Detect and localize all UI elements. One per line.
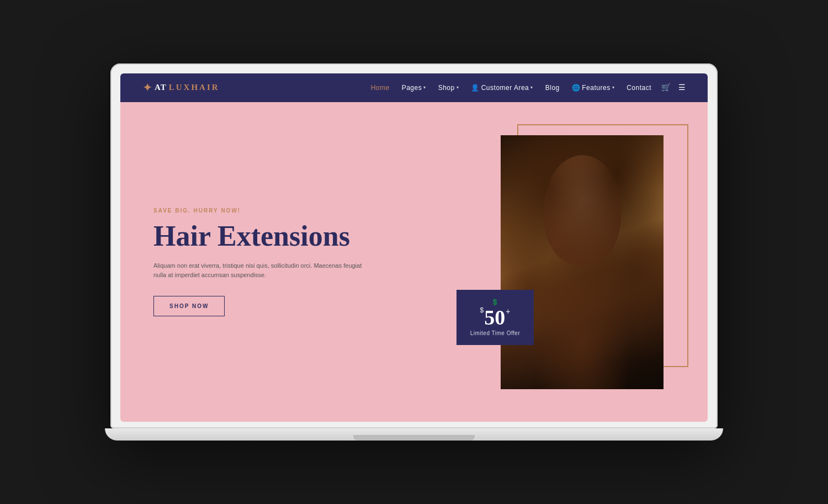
nav-link-blog[interactable]: Blog — [545, 84, 560, 92]
nav-item-pages[interactable]: Pages ▾ — [402, 84, 426, 92]
nav-action-icons: 🛒 ☰ — [661, 83, 686, 92]
screen-bezel: ✦ AT LUXHAIR Home Pages ▾ — [110, 63, 718, 429]
nav-link-pages[interactable]: Pages ▾ — [402, 84, 426, 92]
chevron-down-icon: ▾ — [457, 85, 459, 90]
nav-item-contact[interactable]: Contact — [627, 84, 651, 92]
hero-tagline: SAVE BIG. HURRY NOW! — [153, 208, 363, 214]
hero-photo — [501, 135, 664, 389]
chevron-down-icon: ▾ — [530, 85, 533, 90]
screen: ✦ AT LUXHAIR Home Pages ▾ — [120, 73, 708, 422]
person-icon: 👤 — [471, 84, 480, 92]
laptop-base — [105, 428, 723, 441]
logo-luxhair-text: LUXHAIR — [169, 83, 220, 92]
hero-section: SAVE BIG. HURRY NOW! Hair Extensions Ali… — [120, 102, 708, 422]
hero-description: Aliquam non erat viverra, tristique nisi… — [153, 261, 363, 280]
globe-icon: 🌐 — [572, 84, 581, 92]
photo-hair — [501, 135, 664, 389]
price-amount: 50 — [484, 307, 505, 328]
price-label: Limited Time Offer — [470, 330, 521, 336]
nav-item-blog[interactable]: Blog — [545, 84, 560, 92]
nav-item-customer-area[interactable]: 👤 Customer Area ▾ — [471, 84, 533, 92]
shop-now-button[interactable]: SHOP NOW — [153, 296, 225, 316]
chevron-down-icon: ▾ — [423, 85, 426, 90]
dollar-icon: 💲 — [491, 299, 499, 306]
cart-icon[interactable]: 🛒 — [661, 83, 671, 92]
nav-item-shop[interactable]: Shop ▾ — [438, 84, 459, 92]
currency-symbol: $ — [480, 307, 484, 314]
laptop-mockup: ✦ AT LUXHAIR Home Pages ▾ — [110, 63, 718, 441]
logo-icon: ✦ — [142, 81, 152, 95]
hero-photo-inner — [501, 135, 664, 389]
price-badge: 💲 $ 50 + Limited Time Offer — [457, 290, 534, 345]
chevron-down-icon: ▾ — [612, 85, 615, 90]
logo-at-text: AT — [155, 83, 167, 92]
hero-image-area: 💲 $ 50 + Limited Time Offer — [501, 135, 664, 389]
nav-link-features[interactable]: 🌐 Features ▾ — [572, 84, 614, 92]
price-main-line: $ 50 + — [480, 307, 511, 328]
nav-links: Home Pages ▾ Shop ▾ — [371, 84, 651, 92]
menu-icon[interactable]: ☰ — [678, 83, 686, 92]
logo[interactable]: ✦ AT LUXHAIR — [142, 81, 220, 95]
price-plus: + — [506, 307, 510, 316]
nav-link-shop[interactable]: Shop ▾ — [438, 84, 459, 92]
site-wrapper: ✦ AT LUXHAIR Home Pages ▾ — [120, 73, 708, 422]
nav-link-customer-area[interactable]: 👤 Customer Area ▾ — [471, 84, 533, 92]
hero-content: SAVE BIG. HURRY NOW! Hair Extensions Ali… — [120, 208, 396, 316]
nav-link-home[interactable]: Home — [371, 84, 390, 92]
nav-item-home[interactable]: Home — [371, 84, 390, 92]
navbar: ✦ AT LUXHAIR Home Pages ▾ — [120, 73, 708, 102]
nav-item-features[interactable]: 🌐 Features ▾ — [572, 84, 614, 92]
hero-title: Hair Extensions — [153, 220, 363, 252]
nav-link-contact[interactable]: Contact — [627, 84, 651, 92]
